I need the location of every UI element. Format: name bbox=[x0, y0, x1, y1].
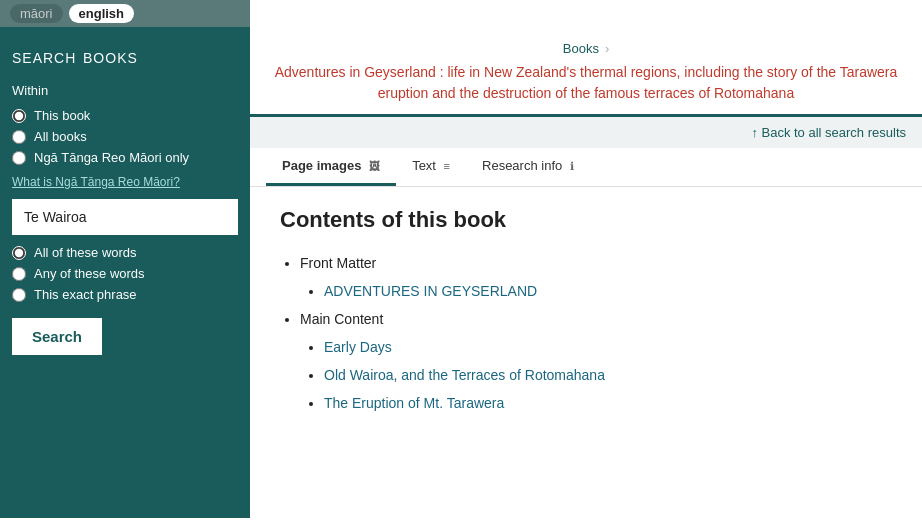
tabs: Page images 🖼 Text ≡ Research info ℹ bbox=[250, 148, 922, 187]
toc-item-old-wairoa: Old Wairoa, and the Terraces of Rotomaha… bbox=[324, 361, 892, 389]
tab-research-info[interactable]: Research info ℹ bbox=[466, 148, 590, 186]
radio-all-words[interactable]: All of these words bbox=[12, 245, 238, 260]
back-bar: ↑ Back to all search results bbox=[250, 117, 922, 148]
search-input[interactable] bbox=[14, 201, 236, 233]
within-label: Within bbox=[12, 83, 238, 98]
research-info-icon: ℹ bbox=[570, 160, 574, 172]
toc-item-eruption: The Eruption of Mt. Tarawera bbox=[324, 389, 892, 417]
book-title: Adventures in Geyserland : life in New Z… bbox=[270, 62, 902, 104]
toc-link-early-days[interactable]: Early Days bbox=[324, 339, 392, 355]
toc-sublist-front-matter: ADVENTURES IN GEYSERLAND bbox=[300, 277, 892, 305]
language-bar: māori english bbox=[0, 0, 250, 27]
radio-this-book[interactable]: This book bbox=[12, 108, 238, 123]
radio-exact-phrase[interactable]: This exact phrase bbox=[12, 287, 238, 302]
back-to-results-link[interactable]: ↑ Back to all search results bbox=[751, 125, 906, 140]
search-input-wrapper bbox=[12, 199, 238, 235]
toc-item-early-days: Early Days bbox=[324, 333, 892, 361]
word-match-radio-group: All of these words Any of these words Th… bbox=[12, 245, 238, 302]
contents-heading: Contents of this book bbox=[280, 207, 892, 233]
toc-link-geyserland[interactable]: ADVENTURES IN GEYSERLAND bbox=[324, 283, 537, 299]
sidebar: Search BOOKS Within This book All books … bbox=[0, 27, 250, 518]
maori-lang-button[interactable]: māori bbox=[10, 4, 63, 23]
toc-section-main-content: Main Content Early Days Old Wairoa, and … bbox=[300, 305, 892, 417]
english-lang-button[interactable]: english bbox=[69, 4, 135, 23]
toc-item-geyserland: ADVENTURES IN GEYSERLAND bbox=[324, 277, 892, 305]
toc-section-front-matter: Front Matter ADVENTURES IN GEYSERLAND bbox=[300, 249, 892, 305]
book-header: Books › Adventures in Geyserland : life … bbox=[250, 27, 922, 117]
content-area: Books › Adventures in Geyserland : life … bbox=[250, 27, 922, 518]
tab-page-images[interactable]: Page images 🖼 bbox=[266, 148, 396, 186]
radio-any-words[interactable]: Any of these words bbox=[12, 266, 238, 281]
toc-list: Front Matter ADVENTURES IN GEYSERLAND Ma… bbox=[280, 249, 892, 417]
within-radio-group: This book All books Ngā Tānga Reo Māori … bbox=[12, 108, 238, 165]
radio-all-books[interactable]: All books bbox=[12, 129, 238, 144]
toc-link-eruption[interactable]: The Eruption of Mt. Tarawera bbox=[324, 395, 504, 411]
book-content-area: Contents of this book Front Matter ADVEN… bbox=[250, 187, 922, 518]
breadcrumb: Books › bbox=[270, 41, 902, 56]
search-button[interactable]: Search bbox=[12, 318, 102, 355]
radio-ngati[interactable]: Ngā Tānga Reo Māori only bbox=[12, 150, 238, 165]
toc-sublist-main-content: Early Days Old Wairoa, and the Terraces … bbox=[300, 333, 892, 417]
page-images-icon: 🖼 bbox=[369, 160, 380, 172]
maori-info-link[interactable]: What is Ngā Tānga Reo Māori? bbox=[12, 175, 238, 189]
tab-text[interactable]: Text ≡ bbox=[396, 148, 466, 186]
breadcrumb-chevron: › bbox=[605, 41, 609, 56]
toc-link-old-wairoa[interactable]: Old Wairoa, and the Terraces of Rotomaha… bbox=[324, 367, 605, 383]
breadcrumb-books-link[interactable]: Books bbox=[563, 41, 599, 56]
text-icon: ≡ bbox=[444, 160, 450, 172]
sidebar-title: Search BOOKS bbox=[12, 41, 238, 69]
search-title: Search BOOKS bbox=[12, 41, 138, 68]
